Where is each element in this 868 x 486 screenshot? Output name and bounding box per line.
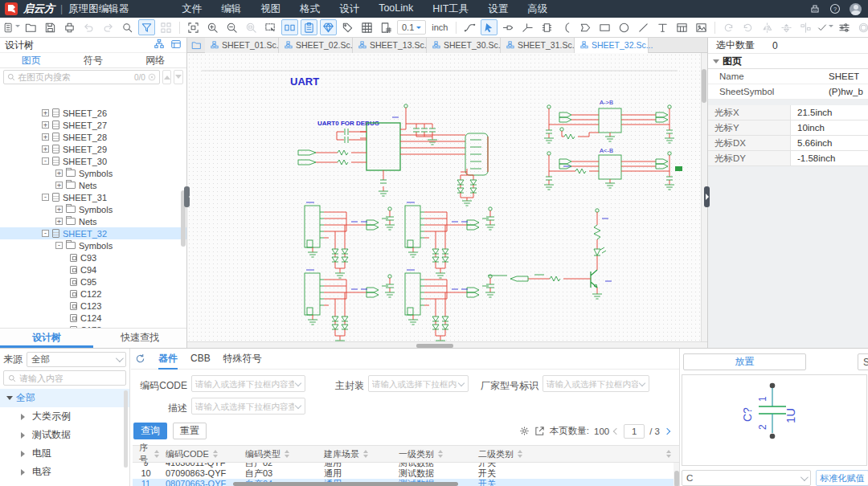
- tree-item-sheet30[interactable]: -SHEET_30: [0, 155, 186, 167]
- menu-file[interactable]: 文件: [182, 2, 202, 16]
- menu-settings[interactable]: 设置: [488, 2, 508, 16]
- tree-item-nets[interactable]: +Nets: [0, 215, 186, 227]
- print-icon[interactable]: [61, 19, 78, 35]
- polygon-tool-icon[interactable]: [577, 19, 594, 35]
- category-capacitor[interactable]: 电容: [0, 463, 129, 481]
- image-tool-icon[interactable]: [693, 19, 710, 35]
- expander-icon[interactable]: +: [55, 169, 63, 177]
- tree-item-nets[interactable]: +Nets: [0, 179, 186, 191]
- sort-icon[interactable]: [666, 447, 671, 460]
- doc-tab-sheet31[interactable]: SHEET_31.Sc...: [501, 38, 575, 53]
- sort-icon[interactable]: [518, 447, 522, 460]
- sync-icon[interactable]: [855, 19, 868, 35]
- page-grid-icon[interactable]: [378, 19, 395, 35]
- tree-search-box[interactable]: 0/0: [3, 70, 160, 84]
- ic-symbol-icon[interactable]: [538, 19, 555, 35]
- menu-design[interactable]: 设计: [339, 2, 359, 16]
- tree-item-symbols[interactable]: +Symbols: [0, 203, 186, 215]
- tree-item-c93[interactable]: C93: [0, 251, 186, 263]
- undo-icon[interactable]: [80, 19, 97, 35]
- expander-icon[interactable]: +: [55, 182, 63, 189]
- export-icon[interactable]: [534, 426, 545, 436]
- net-port-icon[interactable]: [500, 19, 517, 35]
- desc-input[interactable]: [195, 402, 294, 411]
- package-input[interactable]: [372, 379, 457, 389]
- tree-item-c123[interactable]: C123: [0, 300, 186, 312]
- table-settings-icon[interactable]: [519, 426, 530, 436]
- table-row[interactable]: 1007090863-QYF自产03通用测试数据开关: [133, 468, 674, 479]
- tree-item-c95[interactable]: C95: [0, 276, 186, 288]
- symbol-select[interactable]: C: [682, 470, 811, 486]
- tree-item-sheet32-selected[interactable]: -SHEET_32: [0, 227, 186, 239]
- category-resistor[interactable]: 电阻: [0, 444, 129, 463]
- rotate-cw-icon[interactable]: [739, 19, 756, 35]
- tree-item-symbols[interactable]: -Symbols: [0, 239, 186, 251]
- menu-edit[interactable]: 编辑: [221, 2, 241, 16]
- clipboard-icon[interactable]: [301, 19, 317, 35]
- table-tool-icon[interactable]: [674, 19, 690, 35]
- code-input[interactable]: [195, 379, 294, 389]
- doc-tab-sheet30[interactable]: SHEET_30.Sc...: [427, 38, 501, 53]
- menu-hit-tools[interactable]: HIT工具: [432, 2, 469, 16]
- refresh-icon[interactable]: [135, 353, 145, 364]
- table-row[interactable]: 941030011-QYF自产02通用测试数据开关: [133, 463, 674, 468]
- source-select[interactable]: 全部: [27, 352, 126, 367]
- pin-number-icon[interactable]: [281, 19, 298, 35]
- sort-icon[interactable]: [363, 447, 368, 460]
- category-search-input[interactable]: [19, 374, 121, 383]
- expander-icon[interactable]: -: [42, 157, 49, 165]
- canvas-horizontal-scrollbar[interactable]: [187, 341, 707, 348]
- tree-item-sheet29[interactable]: +SHEET_29: [0, 143, 186, 155]
- caret-down-icon[interactable]: [6, 396, 13, 403]
- tree-item-sheet27[interactable]: +SHEET_27: [0, 119, 186, 131]
- next-page-icon[interactable]: [664, 427, 670, 434]
- tree-item-c122[interactable]: C122: [0, 288, 186, 300]
- tab-pages[interactable]: 图页: [0, 53, 62, 67]
- hierarchy-icon[interactable]: [154, 39, 165, 52]
- reset-button[interactable]: 重置: [173, 423, 207, 439]
- menu-advanced[interactable]: 高级: [527, 2, 547, 16]
- line-tool-icon[interactable]: [635, 19, 652, 35]
- section-page[interactable]: 图页: [708, 54, 868, 69]
- category-examples[interactable]: 大类示例: [0, 407, 129, 426]
- menu-toolink[interactable]: TooLink: [379, 2, 413, 16]
- tree-item-sheet31[interactable]: -SHEET_31: [0, 191, 186, 203]
- tree-item-symbols[interactable]: +Symbols: [0, 167, 186, 179]
- align-icon[interactable]: [797, 19, 814, 35]
- wire-tool-icon[interactable]: [461, 19, 478, 35]
- text-tool-icon[interactable]: [654, 19, 671, 35]
- filter-icon[interactable]: [138, 19, 155, 35]
- tab-components[interactable]: 器件: [158, 349, 178, 370]
- menu-view[interactable]: 视图: [260, 2, 280, 16]
- category-all[interactable]: 全部: [0, 389, 129, 407]
- tree-item-sheet26[interactable]: +SHEET_26: [0, 107, 186, 119]
- tab-cbb[interactable]: CBB: [190, 349, 211, 370]
- doc-tab-sheet01[interactable]: SHEET_01.Sc...: [205, 38, 279, 53]
- vendor-combo[interactable]: [542, 375, 649, 392]
- settings-sliders-icon[interactable]: [836, 19, 853, 35]
- page-number-input[interactable]: 1: [624, 424, 645, 439]
- gem-icon[interactable]: [320, 19, 337, 35]
- tab-nets[interactable]: 网络: [125, 53, 186, 67]
- table-horizontal-scrollbar-thumb[interactable]: [233, 482, 458, 486]
- caret-right-icon[interactable]: [21, 451, 28, 457]
- open-icon[interactable]: [23, 19, 39, 35]
- expander-icon[interactable]: -: [55, 242, 63, 249]
- code-combo[interactable]: [191, 375, 305, 392]
- expander-icon[interactable]: +: [55, 218, 63, 225]
- scrollbar-thumb[interactable]: [702, 69, 706, 103]
- tab-symbols[interactable]: 符号: [62, 53, 124, 67]
- find-next-button[interactable]: [174, 70, 183, 84]
- expander-icon[interactable]: +: [42, 133, 49, 141]
- grid-size-select[interactable]: 0.1: [397, 20, 426, 35]
- check-options-icon[interactable]: [817, 19, 833, 35]
- category-search-box[interactable]: [3, 370, 126, 386]
- clear-icon[interactable]: [148, 73, 156, 81]
- expander-icon[interactable]: +: [55, 206, 63, 213]
- zoom-out-icon[interactable]: [223, 19, 240, 35]
- tag-icon[interactable]: [339, 19, 356, 35]
- scrollbar-thumb[interactable]: [674, 471, 679, 486]
- zoom-in-icon[interactable]: [204, 19, 221, 35]
- arc-tool-icon[interactable]: [558, 19, 575, 35]
- flip-horizontal-icon[interactable]: [759, 19, 776, 35]
